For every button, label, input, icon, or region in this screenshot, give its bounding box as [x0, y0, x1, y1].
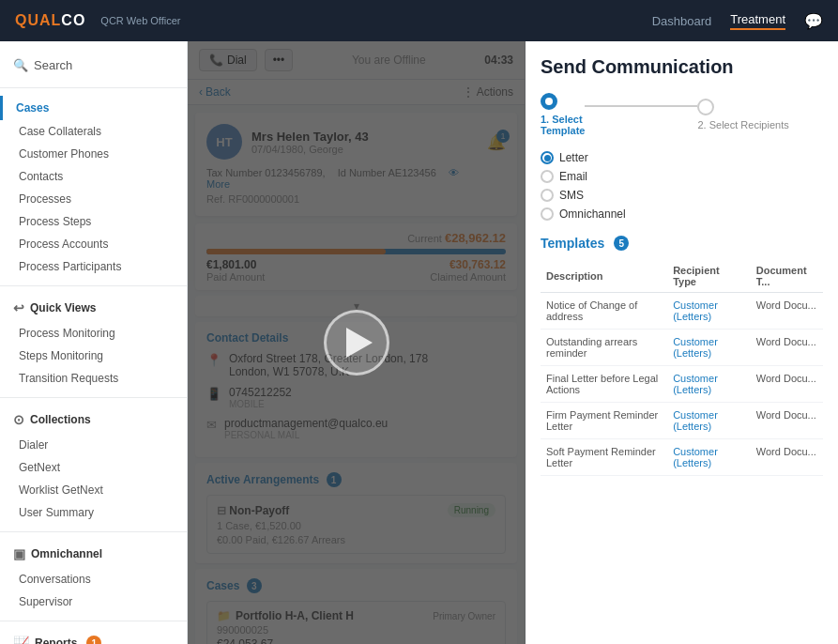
sidebar-search[interactable]: 🔍 Search [0, 51, 187, 80]
radio-omnichannel-circle [541, 207, 554, 221]
sidebar-item-user-summary[interactable]: User Summary [0, 501, 187, 524]
play-button[interactable] [324, 310, 389, 376]
step-1-label: 1. SelectTemplate [541, 114, 585, 136]
sidebar-group-collections[interactable]: ⊙ Collections [0, 406, 187, 434]
step-2-label: 2. Select Recipients [697, 119, 788, 130]
col-doctype: Document T... [751, 260, 823, 293]
sidebar-item-steps-monitoring[interactable]: Steps Monitoring [0, 345, 187, 367]
search-icon: 🔍 [13, 58, 28, 72]
step-1: 1. SelectTemplate [541, 93, 585, 136]
radio-email-label: Email [559, 170, 587, 183]
step-2: 2. Select Recipients [697, 99, 788, 130]
row-1-desc: Outstanding arrears reminder [541, 330, 667, 366]
sidebar-item-process-participants[interactable]: Process Participants [0, 255, 187, 278]
templates-table: Description Recipient Type Document T...… [541, 260, 823, 476]
radio-email[interactable]: Email [541, 170, 823, 183]
step-line [585, 105, 697, 107]
row-0-desc: Notice of Change of address [541, 293, 667, 330]
sidebar-item-process-monitoring[interactable]: Process Monitoring [0, 322, 187, 345]
row-3-doctype: Word Docu... [751, 403, 823, 439]
row-3-recipient[interactable]: Customer (Letters) [667, 403, 751, 439]
nav-dashboard[interactable]: Dashboard [652, 14, 712, 28]
send-comm-title: Send Communication [541, 56, 823, 78]
radio-letter-circle [541, 151, 554, 164]
templates-table-body: Notice of Change of address Customer (Le… [541, 293, 823, 476]
sidebar-group-quick-views[interactable]: ↩ Quick Views [0, 294, 187, 322]
sidebar-item-conversations[interactable]: Conversations [0, 568, 187, 590]
collections-icon: ⊙ [13, 412, 24, 427]
top-nav: QUALCO QCR Web Officer Dashboard Treatme… [0, 0, 838, 41]
nav-treatment[interactable]: Treatment [730, 12, 785, 30]
radio-email-circle [541, 170, 554, 183]
row-4-doctype: Word Docu... [751, 439, 823, 476]
radio-letter-dot [544, 155, 551, 161]
omnichannel-icon: ▣ [13, 546, 25, 561]
sidebar-item-contacts[interactable]: Contacts [0, 165, 187, 188]
templates-table-head: Description Recipient Type Document T... [541, 260, 823, 293]
sidebar-cases-section: Cases Case Collaterals Customer Phones C… [0, 96, 187, 278]
nav-left: QUALCO QCR Web Officer [15, 12, 181, 29]
radio-omnichannel[interactable]: Omnichannel [541, 207, 823, 221]
video-overlay[interactable] [188, 41, 526, 644]
sidebar-reports-section: 📈 Reports 1 [0, 629, 187, 644]
templates-header-row: Description Recipient Type Document T... [541, 260, 823, 293]
row-1-doctype: Word Docu... [751, 330, 823, 366]
sidebar-item-customer-phones[interactable]: Customer Phones [0, 143, 187, 165]
table-row[interactable]: Notice of Change of address Customer (Le… [541, 293, 823, 330]
sidebar-item-case-collaterals[interactable]: Case Collaterals [0, 120, 187, 143]
row-3-desc: Firm Payment Reminder Letter [541, 403, 667, 439]
quick-views-icon: ↩ [13, 300, 24, 315]
table-row[interactable]: Soft Payment Reminder Letter Customer (L… [541, 439, 823, 476]
radio-sms-label: SMS [559, 189, 584, 202]
row-2-doctype: Word Docu... [751, 366, 823, 403]
nav-subtitle: QCR Web Officer [100, 15, 180, 26]
sidebar-item-getnext[interactable]: GetNext [0, 456, 187, 479]
sidebar-quick-views-section: ↩ Quick Views Process Monitoring Steps M… [0, 294, 187, 390]
step-2-circle [697, 99, 714, 115]
sidebar-group-omnichannel[interactable]: ▣ Omnichannel [0, 540, 187, 568]
sidebar-group-cases[interactable]: Cases [0, 96, 187, 120]
templates-count-badge: 5 [614, 236, 629, 251]
radio-letter-label: Letter [559, 151, 588, 164]
steps-row: 1. SelectTemplate 2. Select Recipients [541, 93, 823, 136]
sidebar-item-process-steps[interactable]: Process Steps [0, 210, 187, 233]
sidebar-collections-section: ⊙ Collections Dialer GetNext Worklist Ge… [0, 406, 187, 524]
row-2-recipient[interactable]: Customer (Letters) [667, 366, 751, 403]
table-row[interactable]: Firm Payment Reminder Letter Customer (L… [541, 403, 823, 439]
sidebar-item-dialer[interactable]: Dialer [0, 434, 187, 456]
templates-section-title: Templates 5 [541, 236, 823, 251]
play-triangle-icon [346, 328, 373, 358]
sidebar-group-reports[interactable]: 📈 Reports 1 [0, 629, 187, 644]
row-0-doctype: Word Docu... [751, 293, 823, 330]
row-4-recipient[interactable]: Customer (Letters) [667, 439, 751, 476]
radio-omnichannel-label: Omnichannel [559, 207, 626, 221]
sidebar-item-transition-requests[interactable]: Transition Requests [0, 367, 187, 390]
step-1-circle [541, 93, 557, 110]
row-0-recipient[interactable]: Customer (Letters) [667, 293, 751, 330]
template-type-group: Letter Email SMS Omnichannel [541, 151, 823, 221]
sidebar-item-supervisor[interactable]: Supervisor [0, 590, 187, 613]
sidebar-omnichannel-section: ▣ Omnichannel Conversations Supervisor [0, 540, 187, 613]
sidebar-item-process-accounts[interactable]: Process Accounts [0, 233, 187, 255]
nav-right: Dashboard Treatment 💬 [652, 12, 823, 30]
row-2-desc: Final Letter before Legal Actions [541, 366, 667, 403]
reports-icon: 📈 [13, 636, 29, 644]
col-recipient: Recipient Type [667, 260, 751, 293]
sidebar-item-processes[interactable]: Processes [0, 188, 187, 210]
radio-sms-circle [541, 189, 554, 202]
chat-icon[interactable]: 💬 [804, 12, 823, 30]
row-1-recipient[interactable]: Customer (Letters) [667, 330, 751, 366]
row-4-desc: Soft Payment Reminder Letter [541, 439, 667, 476]
radio-letter[interactable]: Letter [541, 151, 823, 164]
sidebar: 🔍 Search Cases Case Collaterals Customer… [0, 41, 188, 644]
right-panel: Send Communication 1. SelectTemplate 2. … [526, 41, 838, 644]
table-row[interactable]: Final Letter before Legal Actions Custom… [541, 366, 823, 403]
col-description: Description [541, 260, 667, 293]
reports-badge: 1 [86, 636, 101, 644]
sidebar-item-worklist-getnext[interactable]: Worklist GetNext [0, 479, 187, 501]
table-row[interactable]: Outstanding arrears reminder Customer (L… [541, 330, 823, 366]
radio-sms[interactable]: SMS [541, 189, 823, 202]
brand-logo: QUALCO [15, 12, 85, 29]
